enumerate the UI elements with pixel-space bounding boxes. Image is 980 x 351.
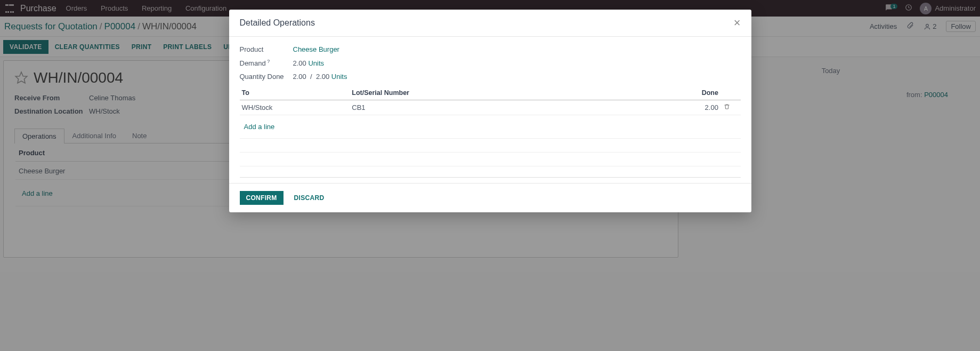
modal-product-link[interactable]: Cheese Burger: [293, 45, 339, 53]
modal-demand-units[interactable]: Units: [308, 59, 324, 67]
modal-qty-units[interactable]: Units: [331, 73, 347, 81]
help-icon[interactable]: ?: [266, 59, 270, 64]
delete-line-icon[interactable]: [720, 100, 741, 115]
cell-lot[interactable]: CB1: [350, 100, 650, 115]
modal-product-label: Product: [240, 45, 293, 53]
modal-lines-table: To Lot/Serial Number Done WH/Stock CB1 2…: [240, 86, 741, 166]
modal-demand-qty: 2.00: [293, 59, 306, 67]
table-row[interactable]: WH/Stock CB1 2.00: [240, 100, 741, 115]
modal-qty-done-label: Quantity Done: [240, 73, 293, 81]
modal-qty-done: 2.00: [293, 73, 306, 81]
modal-demand-label: Demand ?: [240, 59, 293, 67]
confirm-button[interactable]: CONFIRM: [240, 191, 284, 205]
modal-overlay[interactable]: Detailed Operations × Product Cheese Bur…: [0, 0, 980, 351]
cell-done[interactable]: 2.00: [650, 100, 720, 115]
cell-to[interactable]: WH/Stock: [240, 100, 350, 115]
modal-add-line[interactable]: Add a line: [242, 118, 277, 135]
detailed-operations-modal: Detailed Operations × Product Cheese Bur…: [229, 10, 751, 212]
col-to: To: [240, 86, 350, 100]
modal-qty-total: 2.00: [316, 73, 329, 81]
col-lot: Lot/Serial Number: [350, 86, 650, 100]
close-icon[interactable]: ×: [734, 17, 741, 29]
modal-title: Detailed Operations: [240, 18, 315, 28]
discard-button[interactable]: DISCARD: [289, 191, 330, 205]
col-done: Done: [650, 86, 720, 100]
